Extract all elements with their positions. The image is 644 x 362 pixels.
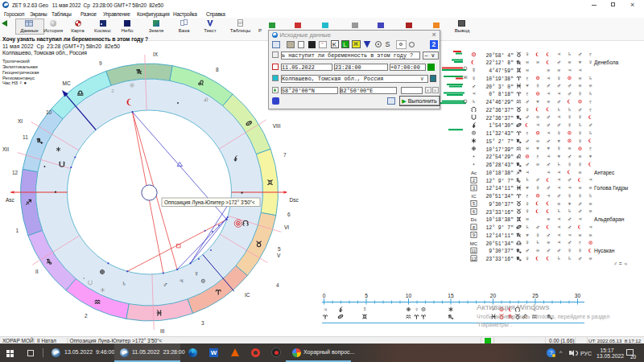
svg-text:Dc: Dc [471,217,477,222]
svg-text:10: 10 [406,293,412,298]
svg-text:0: 0 [323,293,326,298]
svg-text:10°18'38": 10°18'38" [485,216,514,223]
svg-text:♅: ♅ [556,67,561,74]
svg-text:VI: VI [284,224,289,230]
svg-text:♂: ♂ [525,247,530,254]
svg-text:12: 12 [472,257,477,261]
svg-text:23°33'16": 23°33'16" [485,209,514,216]
svg-text:♀: ♀ [535,184,540,191]
svg-text:♄: ♄ [525,176,530,183]
svg-text:♂: ♂ [556,59,561,66]
svg-text:♃: ♃ [546,153,551,160]
svg-text:♃: ♃ [556,51,561,58]
svg-text:♆: ♆ [535,145,540,152]
svg-text:20° 3' 0": 20° 3' 0" [485,84,514,90]
svg-text:8: 8 [216,67,219,72]
svg-text:10°18'38": 10°18'38" [485,170,514,176]
svg-text:♅: ♅ [535,247,540,254]
svg-text:♅: ♅ [535,59,540,66]
svg-text:12: 12 [12,170,19,175]
svg-text:♂: ♂ [163,281,168,289]
svg-text:12° 9' 7": 12° 9' 7" [485,178,514,184]
svg-text:♅: ♅ [567,59,572,66]
svg-text:♂: ♂ [546,184,551,191]
svg-text:♂: ♂ [578,106,583,113]
svg-text:♂: ♂ [525,161,530,168]
svg-text:♄: ♄ [567,51,572,58]
svg-text:♂: ♂ [546,113,551,121]
svg-text:11°32'43": 11°32'43" [485,130,514,137]
svg-text:♂: ♂ [556,82,561,89]
svg-text:♀: ♀ [567,113,572,121]
svg-text:♀: ♀ [578,247,583,254]
svg-text:♃: ♃ [546,192,551,200]
svg-text:♄: ♄ [525,224,530,231]
svg-text:♂: ♂ [546,161,551,168]
svg-text:♃: ♃ [546,90,551,97]
svg-text:12° 9' 7": 12° 9' 7" [485,224,514,231]
svg-text:♀: ♀ [194,269,200,278]
svg-text:♀: ♀ [472,75,477,82]
svg-text:♀: ♀ [578,113,583,121]
svg-text:♀: ♀ [567,121,572,129]
svg-text:7: 7 [283,152,287,158]
svg-text:♆: ♆ [525,232,530,239]
svg-text:9°30'37": 9°30'37" [489,201,514,208]
svg-text:Чтобы активировать Windows, пе: Чтобы активировать Windows, перейдите в … [477,314,609,320]
svg-text:III: III [160,328,165,334]
svg-text:22°36'37": 22°36'37" [485,115,514,121]
svg-text:♄: ♄ [556,255,561,262]
svg-text:♅: ♅ [578,169,583,176]
svg-text:♂ = ♃: ♂ = ♃ [613,261,627,266]
svg-text:♅: ♅ [546,216,551,223]
svg-text:♀: ♀ [578,161,583,168]
svg-text:♄: ♄ [567,106,572,113]
svg-text:♂: ♂ [567,82,572,89]
svg-text:Оппозиция Луна-Юпитер >172° 3': Оппозиция Луна-Юпитер >172° 3'50"< [164,200,255,206]
svg-text:♃: ♃ [179,277,184,285]
svg-text:♀: ♀ [588,59,593,66]
svg-text:♂: ♂ [567,153,572,160]
svg-text:♂: ♂ [556,121,561,129]
svg-text:1: 1 [15,228,19,233]
svg-text:♇: ♇ [535,153,540,160]
svg-text:♅: ♅ [535,138,540,145]
svg-text:♂: ♂ [567,239,572,246]
svg-text:Альдебаран: Альдебаран [594,216,625,223]
svg-text:♀: ♀ [578,130,583,137]
svg-text:♄: ♄ [588,192,593,200]
svg-text:♃: ♃ [556,90,561,97]
svg-text:♂: ♂ [525,98,530,105]
svg-text:9: 9 [473,232,475,237]
svg-text:MC: MC [63,80,71,86]
svg-text:IX: IX [153,51,159,57]
svg-text:♀: ♀ [578,138,583,145]
svg-text:♆: ♆ [556,153,561,160]
svg-text:♂: ♂ [546,138,551,145]
svg-text:♄: ♄ [567,255,572,262]
svg-text:2: 2 [473,178,475,183]
svg-text:♆: ♆ [588,153,593,160]
svg-text:15° 2' 7": 15° 2' 7" [485,138,514,145]
svg-text:4: 4 [276,282,279,288]
svg-text:6: 6 [287,212,291,217]
svg-text:♆: ♆ [546,145,551,152]
svg-text:6: 6 [473,209,475,214]
svg-text:♂: ♂ [567,216,572,223]
svg-text:♂: ♂ [546,232,551,239]
svg-text:♃: ♃ [567,184,572,191]
svg-text:♂: ♂ [556,98,561,105]
svg-text:Ж: Ж [463,75,468,80]
svg-text:♅: ♅ [525,67,530,74]
svg-text:♀: ♀ [567,161,572,168]
svg-text:Активация Windows: Активация Windows [477,302,549,311]
svg-text:24°46'29": 24°46'29" [485,99,514,105]
svg-text:♇: ♇ [525,130,530,137]
svg-text:20°51'34": 20°51'34" [485,193,514,200]
svg-text:♃: ♃ [323,306,328,313]
svg-text:15: 15 [448,293,454,298]
svg-text:♃: ♃ [556,184,561,191]
svg-text:♀: ♀ [535,82,540,89]
svg-text:♆: ♆ [578,59,583,66]
svg-text:♂: ♂ [578,51,583,58]
